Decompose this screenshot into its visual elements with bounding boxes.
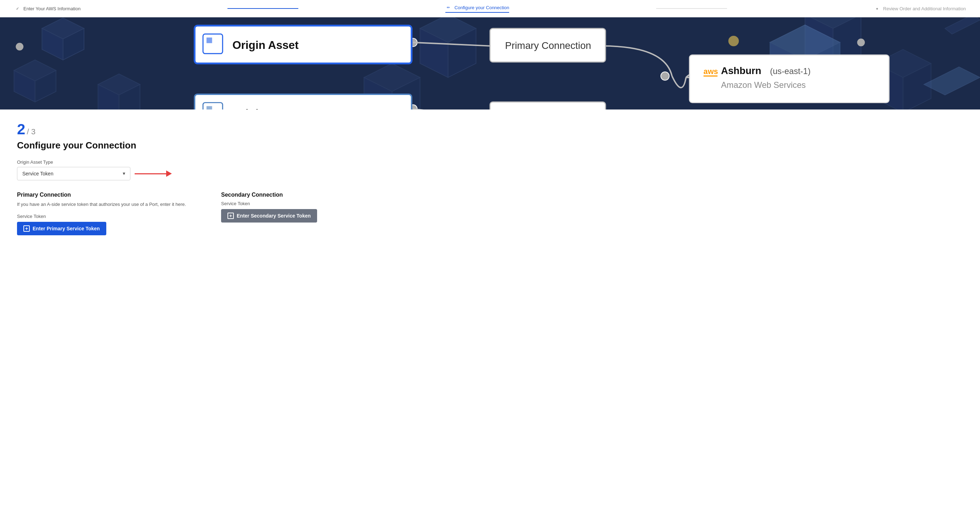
svg-rect-47: [207, 106, 212, 110]
top-navigation: ✓ Enter Your AWS Information ✏ Configure…: [0, 0, 980, 18]
svg-point-36: [858, 39, 864, 46]
primary-connection-description: If you have an A-side service token that…: [17, 201, 204, 208]
secondary-connection-heading: Secondary Connection: [221, 192, 408, 198]
primary-service-token-label: Service Token: [17, 214, 204, 219]
svg-text:(us-east-1): (us-east-1): [770, 67, 811, 76]
step-indicator: 2 / 3: [17, 121, 408, 138]
step1-label: Enter Your AWS Information: [23, 6, 80, 11]
red-arrow-indicator: [135, 170, 173, 177]
step3-circle-icon: ●: [874, 5, 880, 12]
step2-label: Configure your Connection: [455, 5, 509, 10]
nav-step-1[interactable]: ✓ Enter Your AWS Information: [14, 5, 80, 12]
svg-rect-45: [194, 94, 411, 110]
origin-asset-type-wrapper: Service Token Port Virtual Device ▼: [17, 167, 130, 180]
svg-rect-53: [689, 55, 889, 102]
svg-text:Ashburn: Ashburn: [721, 65, 761, 76]
svg-text:Primary Connection: Primary Connection: [505, 40, 591, 51]
step1-check-icon: ✓: [14, 5, 21, 12]
nav-step-3[interactable]: ● Review Order and Additional Informatio…: [874, 5, 966, 12]
main-content: 2 / 3 Configure your Connection Origin A…: [0, 110, 425, 247]
svg-point-29: [661, 72, 669, 80]
secondary-token-button-label: Enter Secondary Service Token: [237, 213, 311, 219]
svg-rect-43: [207, 38, 212, 43]
primary-connection-heading: Primary Connection: [17, 192, 204, 198]
step-total: / 3: [27, 127, 35, 136]
svg-point-34: [729, 36, 739, 46]
page-title: Configure your Connection: [17, 140, 408, 151]
svg-text:Origin Asset: Origin Asset: [232, 39, 299, 51]
origin-asset-type-label: Origin Asset Type: [17, 159, 408, 165]
svg-rect-51: [490, 102, 606, 110]
connections-grid: Primary Connection If you have an A-side…: [17, 192, 408, 235]
step2-pencil-icon: ✏: [445, 4, 452, 11]
network-diagram: Origin Asset Origin Asset Primary Connec…: [0, 18, 980, 110]
nav-step-2[interactable]: ✏ Configure your Connection: [445, 4, 509, 13]
svg-text:Amazon Web Services: Amazon Web Services: [721, 80, 806, 90]
enter-secondary-service-token-button[interactable]: + Enter Secondary Service Token: [221, 209, 317, 223]
svg-point-33: [16, 43, 23, 50]
step-number: 2: [17, 121, 25, 137]
secondary-token-plus-icon: +: [228, 213, 234, 219]
secondary-connection-panel: Secondary Connection Service Token + Ent…: [221, 192, 408, 235]
primary-connection-panel: Primary Connection If you have an A-side…: [17, 192, 204, 235]
enter-primary-service-token-button[interactable]: + Enter Primary Service Token: [17, 222, 106, 235]
primary-token-plus-icon: +: [23, 225, 30, 232]
step3-label: Review Order and Additional Information: [883, 6, 966, 11]
svg-rect-41: [194, 25, 411, 64]
svg-text:Origin Asset: Origin Asset: [232, 107, 299, 110]
svg-text:aws: aws: [704, 67, 718, 76]
origin-asset-type-select[interactable]: Service Token Port Virtual Device: [17, 167, 130, 180]
primary-token-button-label: Enter Primary Service Token: [33, 226, 100, 231]
secondary-service-token-label: Service Token: [221, 201, 408, 206]
origin-asset-type-section: Origin Asset Type Service Token Port Vir…: [17, 159, 408, 180]
